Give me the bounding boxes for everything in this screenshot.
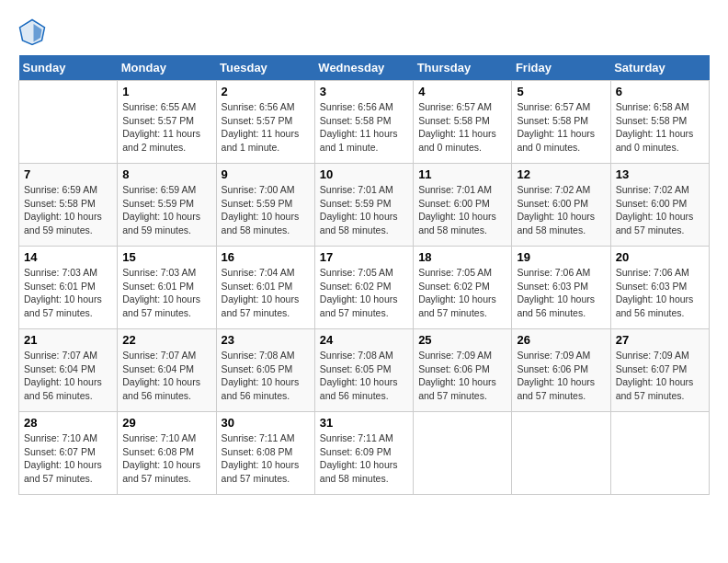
calendar-cell: 17Sunrise: 7:05 AM Sunset: 6:02 PM Dayli…: [314, 247, 413, 329]
cell-info: Sunrise: 7:07 AM Sunset: 6:04 PM Dayligh…: [122, 349, 210, 403]
calendar-table: SundayMondayTuesdayWednesdayThursdayFrid…: [18, 55, 710, 495]
cell-info: Sunrise: 7:11 AM Sunset: 6:08 PM Dayligh…: [222, 431, 310, 486]
calendar-cell: [19, 81, 118, 164]
day-number: 24: [320, 333, 408, 347]
weekday-header-thursday: Thursday: [414, 55, 512, 81]
day-number: 21: [24, 333, 112, 347]
day-number: 29: [122, 416, 210, 430]
day-number: 22: [122, 333, 210, 347]
cell-info: Sunrise: 6:58 AM Sunset: 5:58 PM Dayligh…: [616, 100, 704, 155]
day-number: 4: [418, 85, 506, 98]
cell-info: Sunrise: 6:56 AM Sunset: 5:57 PM Dayligh…: [222, 100, 310, 155]
cell-info: Sunrise: 6:57 AM Sunset: 5:58 PM Dayligh…: [517, 100, 605, 155]
calendar-cell: 24Sunrise: 7:08 AM Sunset: 6:05 PM Dayli…: [314, 329, 413, 412]
weekday-header-monday: Monday: [118, 55, 216, 81]
day-number: 6: [616, 85, 704, 98]
calendar-cell: [512, 412, 610, 495]
cell-info: Sunrise: 6:59 AM Sunset: 5:58 PM Dayligh…: [24, 183, 112, 237]
calendar-cell: 2Sunrise: 6:56 AM Sunset: 5:57 PM Daylig…: [216, 81, 314, 164]
day-number: 8: [122, 167, 210, 181]
calendar-cell: 10Sunrise: 7:01 AM Sunset: 5:59 PM Dayli…: [314, 164, 413, 247]
day-number: 3: [320, 85, 408, 98]
cell-info: Sunrise: 7:01 AM Sunset: 5:59 PM Dayligh…: [320, 183, 408, 237]
weekday-header-sunday: Sunday: [19, 55, 118, 81]
calendar-cell: 4Sunrise: 6:57 AM Sunset: 5:58 PM Daylig…: [414, 81, 512, 164]
day-number: 2: [222, 85, 310, 98]
cell-info: Sunrise: 7:01 AM Sunset: 6:00 PM Dayligh…: [418, 183, 506, 237]
calendar-cell: 15Sunrise: 7:03 AM Sunset: 6:01 PM Dayli…: [118, 247, 216, 329]
day-number: 13: [616, 167, 704, 181]
calendar-cell: [414, 412, 512, 495]
cell-info: Sunrise: 7:08 AM Sunset: 6:05 PM Dayligh…: [222, 349, 310, 403]
cell-info: Sunrise: 7:07 AM Sunset: 6:04 PM Dayligh…: [24, 349, 112, 403]
calendar-week-2: 7Sunrise: 6:59 AM Sunset: 5:58 PM Daylig…: [19, 164, 710, 247]
weekday-header-friday: Friday: [512, 55, 610, 81]
day-number: 5: [517, 85, 605, 98]
day-number: 12: [517, 167, 605, 181]
calendar-cell: 13Sunrise: 7:02 AM Sunset: 6:00 PM Dayli…: [610, 164, 709, 247]
calendar-cell: 25Sunrise: 7:09 AM Sunset: 6:06 PM Dayli…: [414, 329, 512, 412]
calendar-cell: 28Sunrise: 7:10 AM Sunset: 6:07 PM Dayli…: [19, 412, 118, 495]
calendar-cell: [610, 412, 709, 495]
calendar-week-3: 14Sunrise: 7:03 AM Sunset: 6:01 PM Dayli…: [19, 247, 710, 329]
day-number: 11: [418, 167, 506, 181]
calendar-cell: 5Sunrise: 6:57 AM Sunset: 5:58 PM Daylig…: [512, 81, 610, 164]
calendar-cell: 3Sunrise: 6:56 AM Sunset: 5:58 PM Daylig…: [314, 81, 413, 164]
cell-info: Sunrise: 6:55 AM Sunset: 5:57 PM Dayligh…: [122, 100, 210, 155]
day-number: 17: [320, 250, 408, 264]
weekday-header-tuesday: Tuesday: [216, 55, 314, 81]
calendar-body: 1Sunrise: 6:55 AM Sunset: 5:57 PM Daylig…: [19, 81, 710, 495]
cell-info: Sunrise: 7:03 AM Sunset: 6:01 PM Dayligh…: [122, 266, 210, 320]
calendar-cell: 18Sunrise: 7:05 AM Sunset: 6:02 PM Dayli…: [414, 247, 512, 329]
cell-info: Sunrise: 7:05 AM Sunset: 6:02 PM Dayligh…: [320, 266, 408, 320]
day-number: 26: [517, 333, 605, 347]
day-number: 31: [320, 416, 408, 430]
cell-info: Sunrise: 7:09 AM Sunset: 6:06 PM Dayligh…: [418, 349, 506, 403]
logo: [18, 18, 50, 46]
calendar-week-5: 28Sunrise: 7:10 AM Sunset: 6:07 PM Dayli…: [19, 412, 710, 495]
cell-info: Sunrise: 7:08 AM Sunset: 6:05 PM Dayligh…: [320, 349, 408, 403]
day-number: 27: [616, 333, 704, 347]
calendar-week-1: 1Sunrise: 6:55 AM Sunset: 5:57 PM Daylig…: [19, 81, 710, 164]
calendar-cell: 31Sunrise: 7:11 AM Sunset: 6:09 PM Dayli…: [314, 412, 413, 495]
header-row: SundayMondayTuesdayWednesdayThursdayFrid…: [19, 55, 710, 81]
calendar-cell: 23Sunrise: 7:08 AM Sunset: 6:05 PM Dayli…: [216, 329, 314, 412]
calendar-cell: 21Sunrise: 7:07 AM Sunset: 6:04 PM Dayli…: [19, 329, 118, 412]
cell-info: Sunrise: 7:10 AM Sunset: 6:07 PM Dayligh…: [24, 431, 112, 486]
calendar-cell: 1Sunrise: 6:55 AM Sunset: 5:57 PM Daylig…: [118, 81, 216, 164]
calendar-header: SundayMondayTuesdayWednesdayThursdayFrid…: [19, 55, 710, 81]
weekday-header-wednesday: Wednesday: [314, 55, 413, 81]
day-number: 19: [517, 250, 605, 264]
day-number: 16: [222, 250, 310, 264]
calendar-cell: 30Sunrise: 7:11 AM Sunset: 6:08 PM Dayli…: [216, 412, 314, 495]
calendar-cell: 8Sunrise: 6:59 AM Sunset: 5:59 PM Daylig…: [118, 164, 216, 247]
cell-info: Sunrise: 6:57 AM Sunset: 5:58 PM Dayligh…: [418, 100, 506, 155]
day-number: 10: [320, 167, 408, 181]
cell-info: Sunrise: 7:02 AM Sunset: 6:00 PM Dayligh…: [517, 183, 605, 237]
cell-info: Sunrise: 7:05 AM Sunset: 6:02 PM Dayligh…: [418, 266, 506, 320]
calendar-cell: 11Sunrise: 7:01 AM Sunset: 6:00 PM Dayli…: [414, 164, 512, 247]
calendar-cell: 9Sunrise: 7:00 AM Sunset: 5:59 PM Daylig…: [216, 164, 314, 247]
calendar-week-4: 21Sunrise: 7:07 AM Sunset: 6:04 PM Dayli…: [19, 329, 710, 412]
day-number: 20: [616, 250, 704, 264]
day-number: 14: [24, 250, 112, 264]
calendar-cell: 14Sunrise: 7:03 AM Sunset: 6:01 PM Dayli…: [19, 247, 118, 329]
calendar-cell: 22Sunrise: 7:07 AM Sunset: 6:04 PM Dayli…: [118, 329, 216, 412]
calendar-cell: 26Sunrise: 7:09 AM Sunset: 6:06 PM Dayli…: [512, 329, 610, 412]
calendar-cell: 29Sunrise: 7:10 AM Sunset: 6:08 PM Dayli…: [118, 412, 216, 495]
logo-icon: [18, 18, 46, 46]
day-number: 28: [24, 416, 112, 430]
page-header: [18, 18, 710, 46]
day-number: 18: [418, 250, 506, 264]
cell-info: Sunrise: 7:09 AM Sunset: 6:06 PM Dayligh…: [517, 349, 605, 403]
day-number: 7: [24, 167, 112, 181]
calendar-cell: 20Sunrise: 7:06 AM Sunset: 6:03 PM Dayli…: [610, 247, 709, 329]
calendar-cell: 12Sunrise: 7:02 AM Sunset: 6:00 PM Dayli…: [512, 164, 610, 247]
day-number: 1: [122, 85, 210, 98]
cell-info: Sunrise: 6:56 AM Sunset: 5:58 PM Dayligh…: [320, 100, 408, 155]
cell-info: Sunrise: 7:06 AM Sunset: 6:03 PM Dayligh…: [517, 266, 605, 320]
cell-info: Sunrise: 7:11 AM Sunset: 6:09 PM Dayligh…: [320, 431, 408, 486]
cell-info: Sunrise: 7:00 AM Sunset: 5:59 PM Dayligh…: [222, 183, 310, 237]
calendar-cell: 27Sunrise: 7:09 AM Sunset: 6:07 PM Dayli…: [610, 329, 709, 412]
day-number: 23: [222, 333, 310, 347]
